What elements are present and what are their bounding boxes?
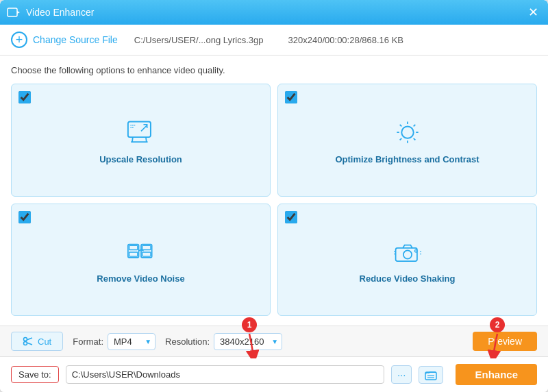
film-icon [123,236,159,268]
svg-line-17 [399,138,401,140]
svg-line-4 [145,137,146,142]
format-select-wrapper: MP4 [108,333,155,350]
options-grid: Upscale Resolution [11,84,537,316]
enhance-button[interactable]: Enhance [456,364,537,385]
upscale-label: Upscale Resolution [99,154,182,164]
file-meta: 320x240/00:00:28/868.16 KB [288,35,403,45]
bottom-toolbar: Cut Format: MP4 Resolution: 3840x2160 Pr… [0,326,548,356]
svg-line-14 [399,125,401,127]
plus-circle-icon: + [11,32,27,48]
folder-icon [425,369,437,380]
save-to-label: Save to: [11,366,59,383]
app-icon [7,5,21,19]
format-group: Format: MP4 [73,333,155,350]
svg-point-25 [403,251,411,259]
brightness-checkbox[interactable] [285,91,297,103]
svg-rect-22 [142,246,150,250]
camera-icon [390,236,425,268]
titlebar-left: Video Enhancer [7,5,94,19]
shaking-checkbox[interactable] [285,211,297,223]
svg-rect-0 [8,8,17,16]
close-button[interactable]: ✕ [525,5,541,20]
window-title: Video Enhancer [26,7,94,18]
noise-label: Remove Video Noise [97,273,184,284]
save-path-input[interactable] [66,365,384,384]
svg-line-15 [413,138,415,140]
resolution-select[interactable]: 3840x2160 [214,333,282,350]
svg-rect-23 [142,252,150,256]
main-window: Video Enhancer ✕ + Change Source File C:… [0,0,548,392]
svg-line-3 [132,137,132,142]
resolution-select-wrapper: 3840x2160 [214,333,282,350]
svg-point-32 [24,342,27,345]
shaking-label: Reduce Video Shaking [360,273,456,284]
svg-point-31 [24,338,27,341]
svg-marker-1 [17,11,20,14]
top-toolbar: + Change Source File C:/Users/USER/...on… [0,25,548,56]
sun-icon [390,117,425,149]
scissors-icon [23,336,34,347]
cut-button[interactable]: Cut [11,332,63,351]
change-source-button[interactable]: + Change Source File [11,32,118,48]
svg-line-16 [413,125,415,127]
browse-button[interactable]: ··· [391,365,412,384]
cut-label: Cut [38,336,51,347]
monitor-icon [123,117,159,149]
option-shaking[interactable]: Reduce Video Shaking [277,204,537,317]
option-noise[interactable]: Remove Video Noise [11,204,271,317]
main-content: Choose the following options to enhance … [0,56,548,326]
noise-checkbox[interactable] [18,211,31,223]
svg-point-26 [414,250,416,252]
subtitle: Choose the following options to enhance … [11,65,537,75]
option-brightness[interactable]: Optimize Brightness and Contrast [277,84,537,197]
svg-rect-20 [129,252,137,256]
svg-point-9 [401,126,413,138]
save-row: 1 2 Save to: [0,356,548,392]
option-upscale[interactable]: Upscale Resolution [11,84,271,197]
resolution-group: Resolution: 3840x2160 [165,333,282,350]
svg-rect-2 [127,121,150,137]
titlebar: Video Enhancer ✕ [0,0,548,25]
svg-line-8 [141,125,147,131]
svg-rect-19 [129,246,137,250]
preview-button[interactable]: Preview [473,332,537,351]
format-label: Format: [73,336,103,347]
format-select[interactable]: MP4 [108,333,155,350]
upscale-checkbox[interactable] [18,91,31,103]
resolution-label: Resolution: [165,336,210,347]
brightness-label: Optimize Brightness and Contrast [335,154,479,164]
file-path: C:/Users/USER/...ong Lyrics.3gp [134,35,264,45]
folder-button[interactable] [419,366,443,384]
